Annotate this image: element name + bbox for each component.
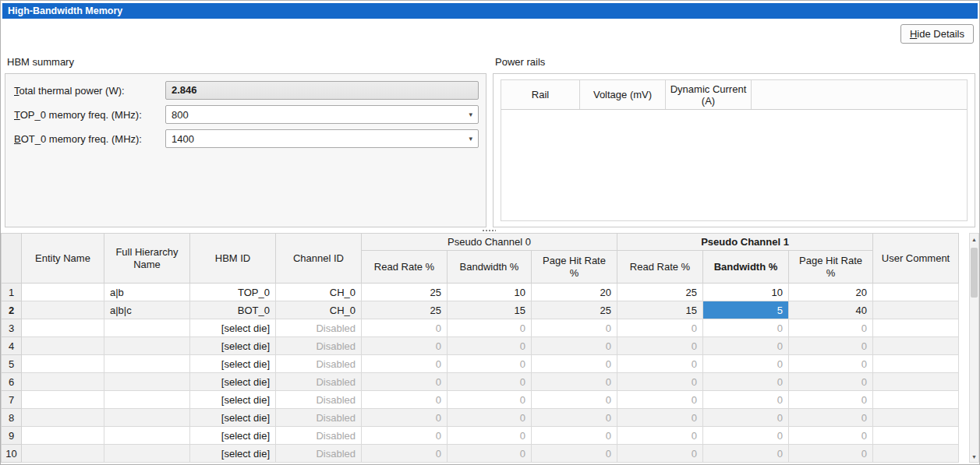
hide-details-button[interactable]: Hide Details [900,24,974,44]
col-header-page-hit-rate-pc0[interactable]: Page Hit Rate % [532,251,617,284]
col-header-read-rate-pc1[interactable]: Read Rate % [617,251,703,284]
row-number[interactable]: 3 [2,319,22,337]
table-cell[interactable] [104,427,190,445]
table-cell[interactable] [873,319,959,337]
rails-col-header-dynamic-current[interactable]: Dynamic Current (A) [666,80,752,109]
table-cell[interactable]: 0 [617,445,703,463]
scrollbar-track[interactable] [970,245,978,451]
table-cell[interactable] [22,409,104,427]
table-cell[interactable]: 25 [532,301,617,319]
table-cell[interactable] [104,391,190,409]
table-cell[interactable]: 0 [362,373,448,391]
table-cell[interactable] [873,391,959,409]
table-cell[interactable]: Disabled [276,427,362,445]
row-number[interactable]: 6 [2,373,22,391]
table-cell[interactable]: 0 [703,427,789,445]
table-cell[interactable]: 0 [362,337,448,355]
table-cell[interactable]: Disabled [276,373,362,391]
table-cell[interactable]: 0 [532,391,617,409]
table-cell[interactable]: CH_0 [276,301,362,319]
table-cell[interactable]: 0 [362,427,448,445]
table-cell[interactable]: 0 [617,391,703,409]
table-cell[interactable]: 0 [703,373,789,391]
table-cell[interactable] [22,284,104,301]
table-cell[interactable]: Disabled [276,391,362,409]
table-cell[interactable]: 15 [617,301,703,319]
table-cell[interactable]: 0 [448,427,532,445]
col-header-bandwidth-pc1[interactable]: Bandwidth % [703,251,789,284]
table-cell[interactable]: 0 [362,319,448,337]
col-header-full-hierarchy-name[interactable]: Full Hierarchy Name [104,234,190,284]
table-cell[interactable]: [select die] [190,409,276,427]
table-cell[interactable]: 0 [789,373,873,391]
table-cell[interactable]: 0 [448,355,532,373]
col-header-channel-id[interactable]: Channel ID [276,234,362,284]
group-header-pseudo-channel-1[interactable]: Pseudo Channel 1 [617,234,873,251]
table-cell[interactable] [22,391,104,409]
table-cell[interactable]: 0 [617,409,703,427]
table-cell[interactable]: 10 [448,284,532,301]
row-number[interactable]: 5 [2,355,22,373]
table-cell[interactable]: 0 [789,445,873,463]
table-cell[interactable]: 10 [703,284,789,301]
table-cell[interactable]: 0 [448,337,532,355]
table-cell[interactable]: 0 [362,391,448,409]
table-cell[interactable]: 0 [362,409,448,427]
table-cell[interactable]: 40 [789,301,873,319]
table-cell[interactable]: a|b|c [104,301,190,319]
table-cell[interactable]: TOP_0 [190,284,276,301]
table-cell[interactable]: 0 [703,409,789,427]
row-number[interactable]: 7 [2,391,22,409]
table-cell[interactable]: Disabled [276,355,362,373]
table-cell[interactable] [22,445,104,463]
row-number[interactable]: 10 [2,445,22,463]
table-cell[interactable]: 0 [532,409,617,427]
table-cell[interactable] [873,445,959,463]
table-cell[interactable]: 25 [617,284,703,301]
table-cell[interactable] [104,409,190,427]
table-cell[interactable] [873,409,959,427]
top0-freq-dropdown[interactable]: 800 ▾ [165,105,479,124]
col-header-page-hit-rate-pc1[interactable]: Page Hit Rate % [789,251,873,284]
rails-col-header-voltage[interactable]: Voltage (mV) [580,80,666,109]
table-cell[interactable]: 25 [362,301,448,319]
row-number[interactable]: 8 [2,409,22,427]
table-cell[interactable]: 0 [789,319,873,337]
table-cell[interactable]: Disabled [276,337,362,355]
table-cell[interactable]: 0 [448,445,532,463]
table-cell[interactable]: 0 [703,337,789,355]
row-number[interactable]: 4 [2,337,22,355]
splitter-handle[interactable] [482,228,496,232]
table-cell[interactable]: 0 [362,355,448,373]
table-cell[interactable] [22,427,104,445]
row-number[interactable]: 2 [2,301,22,319]
table-cell[interactable]: 0 [532,319,617,337]
bot0-freq-dropdown[interactable]: 1400 ▾ [165,129,479,148]
table-cell[interactable]: 20 [789,284,873,301]
table-cell[interactable]: a|b [104,284,190,301]
table-cell[interactable]: 0 [703,319,789,337]
table-cell[interactable]: 0 [617,319,703,337]
table-cell[interactable] [22,337,104,355]
table-cell[interactable]: Disabled [276,319,362,337]
table-cell[interactable]: 0 [448,319,532,337]
table-cell[interactable] [873,301,959,319]
table-cell[interactable] [873,373,959,391]
table-cell[interactable]: 0 [448,373,532,391]
table-cell[interactable]: 0 [617,427,703,445]
scrollbar-thumb[interactable] [971,248,978,298]
table-cell[interactable]: [select die] [190,355,276,373]
col-header-read-rate-pc0[interactable]: Read Rate % [362,251,448,284]
table-cell[interactable] [873,355,959,373]
table-cell[interactable]: [select die] [190,373,276,391]
table-cell[interactable]: [select die] [190,391,276,409]
table-cell[interactable]: 0 [362,445,448,463]
table-cell[interactable]: 0 [617,337,703,355]
table-cell[interactable]: [select die] [190,427,276,445]
table-cell[interactable] [22,373,104,391]
table-cell[interactable]: [select die] [190,445,276,463]
table-cell[interactable]: 0 [532,337,617,355]
table-cell[interactable]: 0 [448,391,532,409]
table-cell[interactable]: 0 [617,355,703,373]
table-cell[interactable] [104,319,190,337]
